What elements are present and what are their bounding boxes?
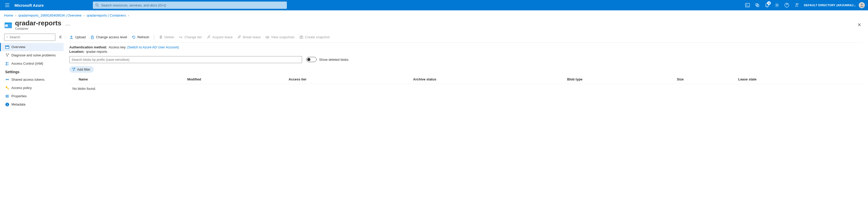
button-label: Refresh: [137, 35, 149, 39]
more-actions-icon[interactable]: ⋯: [65, 22, 70, 28]
azure-top-bar: Microsoft Azure 4 DEFAULT DIRECTORY (ARJ…: [0, 0, 868, 10]
button-label: Upload: [75, 35, 86, 39]
button-label: Break lease: [243, 35, 261, 39]
column-header[interactable]: Name: [69, 75, 185, 84]
people-icon: [5, 62, 9, 66]
create-snapshot-button: Create snapshot: [299, 35, 330, 39]
svg-point-2: [776, 4, 778, 6]
search-icon: [6, 35, 8, 39]
close-icon[interactable]: ✕: [855, 21, 864, 29]
svg-point-9: [7, 36, 8, 37]
help-icon[interactable]: [782, 0, 792, 10]
sidebar-item-iam[interactable]: Access Control (IAM): [0, 60, 64, 68]
button-label: Change tier: [184, 35, 202, 39]
svg-point-19: [267, 36, 268, 38]
sidebar-item-access-policy[interactable]: Access policy: [0, 84, 64, 92]
sidebar-item-label: Access policy: [11, 86, 32, 90]
button-label: Create snapshot: [305, 35, 330, 39]
switch-auth-link[interactable]: (Switch to Azure AD User Account): [127, 45, 179, 49]
properties-icon: [5, 94, 9, 98]
sidebar-item-label: Access Control (IAM): [11, 62, 43, 65]
settings-icon[interactable]: [772, 0, 782, 10]
blob-search-input[interactable]: [72, 58, 300, 62]
column-header[interactable]: Lease state: [736, 75, 863, 84]
column-header[interactable]: Archive status: [411, 75, 565, 84]
directories-icon[interactable]: [753, 0, 762, 10]
show-deleted-toggle[interactable]: [306, 57, 317, 62]
button-label: Change access level: [96, 35, 127, 39]
page-title: qradar-reports: [15, 20, 61, 27]
add-filter-label: Add filter: [77, 67, 90, 71]
info-icon: [5, 102, 9, 106]
global-search-bar[interactable]: [93, 2, 287, 9]
sidebar-item-overview[interactable]: Overview: [0, 43, 64, 51]
user-directory-label[interactable]: DEFAULT DIRECTORY (ARJUNRAJ...: [804, 4, 856, 7]
notifications-icon[interactable]: 4: [763, 0, 772, 10]
button-label: Acquire lease: [212, 35, 233, 39]
collapse-sidebar-icon[interactable]: [58, 35, 62, 39]
svg-rect-17: [7, 103, 7, 104]
location-value: qradar-reports: [86, 50, 107, 54]
svg-point-21: [301, 37, 302, 38]
column-header[interactable]: Access tier: [286, 75, 411, 84]
break-lease-button: Break lease: [237, 35, 261, 39]
show-deleted-label: Show deleted blobs: [319, 58, 348, 62]
toggle-knob: [307, 58, 310, 61]
refresh-button[interactable]: Refresh: [132, 35, 149, 39]
breadcrumb-item[interactable]: qradarreports | Containers: [87, 13, 126, 17]
svg-point-4: [796, 4, 797, 5]
diagnose-icon: [5, 53, 9, 57]
svg-point-5: [861, 4, 863, 5]
add-filter-button[interactable]: Add filter: [69, 66, 94, 73]
sidebar-item-diagnose[interactable]: Diagnose and solve problems: [0, 51, 64, 60]
brand-label[interactable]: Microsoft Azure: [14, 3, 44, 7]
sidebar-item-shared-access[interactable]: Shared access tokens: [0, 75, 64, 84]
column-header[interactable]: Blob type: [565, 75, 675, 84]
feedback-icon[interactable]: [792, 0, 801, 10]
breadcrumb-item[interactable]: Home: [4, 13, 13, 17]
command-toolbar: Upload Change access level Refresh Delet…: [69, 33, 863, 43]
search-icon: [95, 3, 99, 7]
global-search-input[interactable]: [101, 3, 284, 7]
table-empty-row: No blobs found.: [69, 84, 863, 93]
auth-value: Access key: [108, 45, 126, 49]
breadcrumb-item[interactable]: qradarreports_1669185409534 | Overview: [18, 13, 82, 17]
auth-method-line: Authentication method: Access key (Switc…: [69, 43, 863, 50]
cloud-shell-icon[interactable]: [743, 0, 752, 10]
column-header[interactable]: Size: [675, 75, 736, 84]
user-avatar[interactable]: [859, 2, 865, 8]
sidebar-item-metadata[interactable]: Metadata: [0, 100, 64, 109]
button-label: Delete: [164, 35, 174, 39]
sidebar: Overview Diagnose and solve problems Acc…: [4, 33, 64, 109]
chevron-right-icon: ›: [84, 13, 85, 17]
add-filter-icon: [72, 67, 75, 71]
top-icon-group: 4 DEFAULT DIRECTORY (ARJUNRAJ...: [743, 0, 866, 10]
view-snapshots-button: View snapshots: [266, 35, 294, 39]
chevron-right-icon: ›: [15, 13, 16, 17]
delete-button: Delete: [159, 35, 174, 39]
sidebar-search[interactable]: [4, 34, 55, 41]
svg-point-0: [96, 4, 98, 6]
sidebar-item-properties[interactable]: Properties: [0, 92, 64, 100]
change-tier-button: Change tier: [179, 35, 202, 39]
blob-prefix-search[interactable]: [69, 56, 302, 63]
svg-rect-16: [7, 104, 7, 105]
sidebar-item-label: Diagnose and solve problems: [11, 53, 56, 57]
change-access-level-button[interactable]: Change access level: [90, 35, 127, 39]
sidebar-section-settings: Settings: [4, 68, 64, 75]
page-subtitle: Container: [15, 27, 61, 31]
svg-rect-11: [5, 46, 9, 46]
location-label: Location:: [69, 50, 85, 54]
upload-button[interactable]: Upload: [69, 35, 86, 39]
svg-rect-7: [5, 23, 12, 24]
sidebar-search-input[interactable]: [9, 35, 53, 39]
breadcrumb: Home › qradarreports_1669185409534 | Ove…: [0, 10, 868, 19]
hamburger-menu-icon[interactable]: [2, 0, 12, 10]
container-icon: [4, 21, 12, 29]
sidebar-item-label: Shared access tokens: [11, 77, 44, 82]
auth-label: Authentication method:: [69, 45, 107, 49]
svg-rect-22: [301, 36, 302, 36]
key-icon: [5, 86, 9, 90]
page-header: qradar-reports Container ⋯ ✕: [0, 19, 868, 33]
column-header[interactable]: Modified: [185, 75, 286, 84]
